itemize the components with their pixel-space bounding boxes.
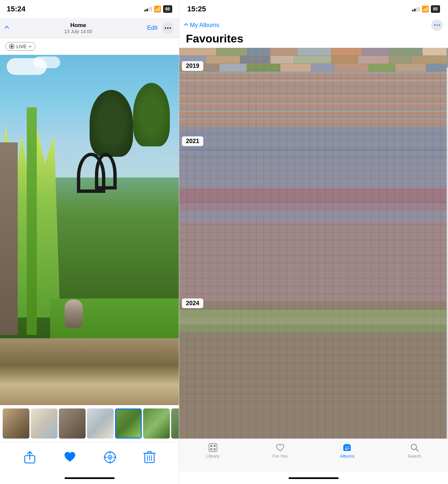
green-stems	[27, 107, 37, 335]
scroll-thumb[interactable]	[447, 48, 448, 68]
right-signal-icon	[412, 7, 420, 11]
live-circle-icon	[9, 44, 14, 49]
stone-urn	[65, 299, 83, 328]
svg-rect-118	[423, 48, 448, 55]
live-button[interactable]: LIVE	[5, 42, 35, 51]
svg-rect-143	[179, 118, 448, 120]
thumbnail[interactable]	[59, 408, 86, 439]
right-battery-icon: 65	[431, 5, 440, 13]
svg-point-2	[170, 27, 171, 29]
tab-search[interactable]: Search	[401, 443, 428, 459]
tab-bar: Library For You Albums Search	[179, 439, 448, 472]
svg-rect-141	[179, 103, 448, 104]
favorite-button[interactable]	[63, 451, 77, 464]
photo-grid[interactable]: 2019 2021 2024	[179, 48, 448, 439]
tab-search-label: Search	[408, 454, 421, 459]
scroll-indicator[interactable]	[447, 48, 448, 439]
year-label-2019: 2019	[182, 61, 203, 71]
svg-rect-134	[368, 64, 395, 72]
svg-rect-138	[179, 80, 448, 81]
svg-rect-157	[214, 445, 216, 447]
tab-library-label: Library	[206, 454, 220, 459]
nav-title-center: Home 13 July 14:00	[64, 22, 92, 34]
thumbnail-selected[interactable]	[115, 408, 142, 439]
live-bar: LIVE	[0, 38, 179, 55]
edit-button[interactable]: Edit	[147, 24, 157, 31]
tree-right	[133, 83, 170, 146]
nav-title: Home	[64, 22, 92, 29]
delete-button[interactable]	[143, 451, 155, 464]
hedge-tree	[90, 90, 133, 157]
svg-point-22	[436, 24, 438, 26]
back-button[interactable]	[5, 26, 9, 29]
svg-rect-147	[179, 157, 448, 158]
svg-rect-144	[179, 134, 448, 135]
thumbnail[interactable]	[143, 408, 170, 439]
svg-line-166	[416, 449, 418, 451]
left-time: 15:24	[7, 5, 25, 13]
photo-mosaic: 2019 2021 2024	[179, 48, 448, 439]
svg-rect-142	[179, 110, 448, 112]
svg-rect-152	[179, 310, 448, 317]
svg-rect-110	[179, 48, 216, 55]
svg-rect-112	[247, 48, 270, 55]
tab-for-you[interactable]: For You	[267, 443, 294, 459]
tab-library[interactable]: Library	[200, 443, 226, 459]
svg-rect-135	[396, 64, 426, 72]
svg-rect-123	[294, 56, 331, 64]
svg-rect-116	[362, 48, 388, 55]
nav-subtitle: 13 July 14:00	[64, 29, 92, 34]
svg-rect-136	[426, 64, 448, 72]
albums-back-button[interactable]: My Albums	[185, 22, 219, 29]
svg-rect-120	[206, 56, 240, 64]
main-photo[interactable]	[0, 55, 179, 405]
back-chevron-icon	[5, 26, 9, 30]
thumbnail[interactable]	[171, 408, 179, 439]
right-wifi-icon: 📶	[422, 5, 429, 13]
enhance-icon: ✦	[104, 451, 116, 464]
right-home-indicator	[179, 472, 448, 484]
right-ellipsis-icon	[434, 24, 440, 26]
right-status-bar: 15:25 📶 65	[179, 0, 448, 18]
svg-rect-113	[270, 48, 297, 55]
search-icon	[410, 443, 419, 452]
svg-rect-124	[331, 56, 358, 64]
right-status-icons: 📶 65	[412, 5, 440, 13]
right-nav-top: My Albums	[185, 19, 443, 31]
cloud-2	[33, 56, 60, 68]
more-button[interactable]	[162, 22, 174, 34]
svg-rect-133	[335, 64, 368, 72]
tab-albums-label: Albums	[340, 454, 354, 459]
battery-icon: 66	[163, 5, 172, 13]
svg-rect-29	[179, 222, 448, 302]
share-button[interactable]	[23, 451, 36, 464]
live-label: LIVE	[16, 44, 26, 49]
share-icon	[23, 451, 36, 464]
svg-rect-115	[331, 48, 361, 55]
svg-rect-160	[343, 445, 351, 451]
svg-rect-151	[179, 204, 448, 211]
left-panel: 15:24 📶 66 Home 13 July 14:00 Edit	[0, 0, 179, 484]
svg-point-1	[167, 27, 169, 29]
svg-rect-148	[179, 164, 448, 166]
right-more-button[interactable]	[431, 19, 443, 31]
svg-text:✦: ✦	[108, 455, 112, 460]
tab-albums[interactable]: Albums	[334, 443, 361, 459]
svg-rect-121	[240, 56, 270, 64]
heart-icon	[63, 451, 77, 464]
svg-rect-158	[210, 448, 212, 450]
thumbnail[interactable]	[87, 408, 114, 439]
right-time: 15:25	[187, 5, 206, 13]
svg-point-21	[434, 24, 435, 26]
svg-rect-154	[179, 325, 448, 333]
svg-point-23	[439, 24, 440, 26]
thumbnail[interactable]	[3, 408, 29, 439]
for-you-icon	[275, 443, 285, 452]
enhance-button[interactable]: ✦	[104, 451, 116, 464]
left-status-bar: 15:24 📶 66	[0, 0, 179, 18]
svg-rect-127	[413, 56, 448, 64]
svg-rect-161	[344, 444, 350, 445]
mosaic-svg	[179, 48, 448, 439]
thumbnail[interactable]	[31, 408, 58, 439]
page-title: Favourites	[185, 32, 443, 45]
